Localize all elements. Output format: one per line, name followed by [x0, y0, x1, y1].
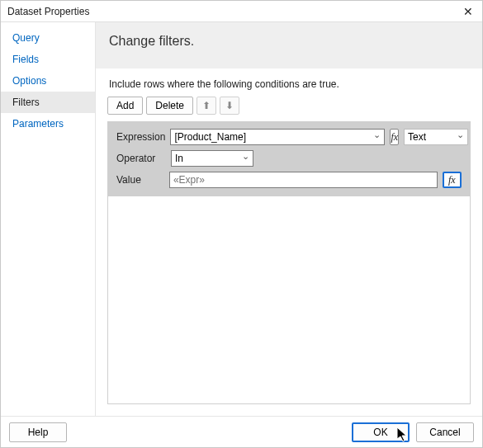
- sidebar-item-label: Fields: [12, 54, 39, 65]
- help-button[interactable]: Help: [9, 422, 67, 442]
- move-up-icon[interactable]: ⬆: [197, 97, 216, 115]
- window-title: Dataset Properties: [7, 6, 89, 17]
- sidebar-item-fields[interactable]: Fields: [1, 49, 95, 70]
- value-label: Value: [116, 174, 164, 186]
- add-button[interactable]: Add: [107, 97, 143, 115]
- title-bar: Dataset Properties ✕: [1, 1, 482, 22]
- sidebar: Query Fields Options Filters Parameters: [1, 22, 96, 416]
- type-combo[interactable]: [404, 129, 468, 145]
- operator-combo[interactable]: [171, 150, 253, 167]
- filters-panel: Expression fx Operator: [107, 121, 471, 404]
- filters-empty-area: [108, 196, 470, 403]
- page-title: Change filters.: [109, 34, 469, 49]
- sidebar-item-label: Filters: [12, 97, 40, 108]
- sidebar-item-label: Query: [12, 32, 40, 44]
- cancel-button[interactable]: Cancel: [416, 422, 474, 442]
- operator-row: Operator: [116, 150, 462, 167]
- move-down-icon[interactable]: ⬇: [220, 97, 239, 115]
- value-fx-button[interactable]: fx: [443, 172, 462, 188]
- sidebar-item-label: Options: [12, 75, 46, 87]
- value-row: Value fx: [116, 172, 462, 188]
- page-content: Include rows where the following conditi…: [96, 68, 482, 416]
- expression-label: Expression: [116, 131, 165, 143]
- filters-toolbar: Add Delete ⬆ ⬇: [107, 97, 471, 115]
- dialog-body: Query Fields Options Filters Parameters …: [1, 22, 482, 416]
- instruction-text: Include rows where the following conditi…: [109, 78, 471, 90]
- operator-label: Operator: [116, 153, 166, 164]
- sidebar-item-parameters[interactable]: Parameters: [1, 113, 95, 134]
- ok-button[interactable]: OK: [352, 422, 410, 442]
- delete-button[interactable]: Delete: [146, 97, 193, 115]
- dialog-footer: Help OK Cancel: [1, 416, 482, 447]
- expression-row: Expression fx: [116, 129, 462, 145]
- filter-row: Expression fx Operator: [108, 122, 470, 196]
- dataset-properties-dialog: Dataset Properties ✕ Query Fields Option…: [0, 0, 483, 448]
- expression-fx-button[interactable]: fx: [390, 129, 399, 145]
- sidebar-item-query[interactable]: Query: [1, 27, 95, 49]
- main-panel: Change filters. Include rows where the f…: [96, 22, 482, 416]
- expression-combo[interactable]: [170, 129, 385, 145]
- sidebar-item-options[interactable]: Options: [1, 70, 95, 92]
- sidebar-item-label: Parameters: [12, 118, 64, 130]
- value-input[interactable]: [169, 172, 438, 188]
- close-icon[interactable]: ✕: [459, 3, 477, 20]
- page-header: Change filters.: [96, 22, 482, 68]
- sidebar-item-filters[interactable]: Filters: [1, 92, 95, 113]
